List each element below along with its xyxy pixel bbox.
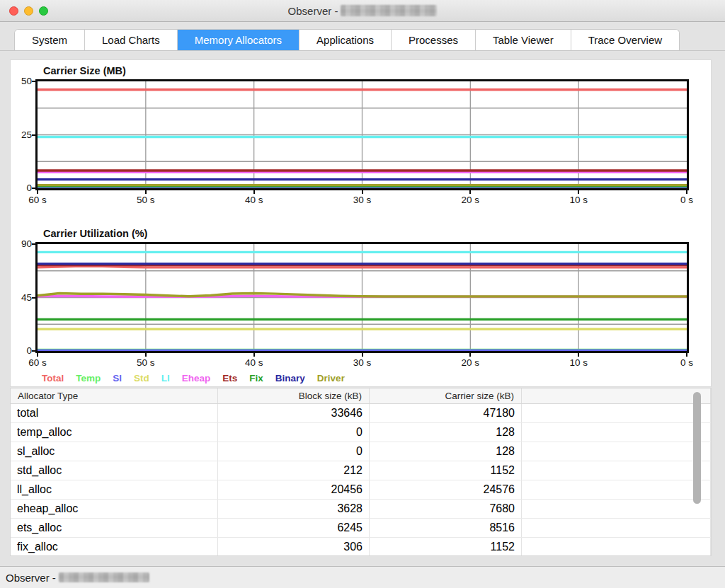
cell-block-size: 20456 (218, 480, 370, 499)
tab-load-charts[interactable]: Load Charts (84, 30, 177, 51)
x-axis-label: 40 s (239, 357, 270, 369)
cell-block-size: 3628 (218, 500, 370, 518)
x-axis-label: 10 s (563, 195, 594, 206)
y-axis-label: 0 (11, 183, 32, 194)
traffic-lights (9, 6, 48, 16)
y-axis-tick (32, 188, 36, 189)
series-line-total (38, 266, 687, 267)
y-axis-tick (32, 243, 36, 245)
column-header-allocator-type[interactable]: Allocator Type (11, 388, 218, 403)
tabbar: SystemLoad ChartsMemory AllocatorsApplic… (0, 23, 725, 51)
titlebar: Observer - (0, 0, 725, 22)
table-row-eheap-alloc[interactable]: eheap_alloc36287680 (11, 500, 711, 519)
cell-allocator-type: sl_alloc (11, 442, 218, 461)
x-axis-label: 20 s (455, 357, 486, 369)
table-header-row: Allocator TypeBlock size (kB)Carrier siz… (11, 388, 711, 404)
cell-carrier-size: 8516 (370, 519, 522, 537)
cell-empty (522, 423, 711, 442)
cell-carrier-size: 47180 (370, 404, 522, 422)
x-axis-label: 60 s (22, 357, 53, 369)
cell-carrier-size: 7680 (370, 500, 522, 518)
x-axis-tick (362, 353, 363, 357)
chart-canvas (38, 81, 687, 188)
cell-allocator-type: fix_alloc (11, 538, 218, 556)
cell-carrier-size: 1152 (370, 461, 522, 480)
y-axis-tick (32, 81, 36, 82)
minimize-button[interactable] (24, 6, 33, 16)
table-row-fix-alloc[interactable]: fix_alloc3061152 (11, 538, 711, 556)
tab-trace-overview[interactable]: Trace Overview (571, 30, 679, 51)
x-axis-label: 30 s (347, 195, 378, 206)
cell-empty (522, 404, 711, 422)
x-axis-tick (145, 190, 147, 194)
cell-allocator-type: ets_alloc (11, 519, 218, 537)
close-button[interactable] (9, 6, 18, 16)
y-axis-label: 45 (11, 292, 32, 304)
chart-canvas (38, 244, 687, 351)
table-row-ll-alloc[interactable]: ll_alloc2045624576 (11, 480, 711, 500)
cell-allocator-type: ll_alloc (11, 480, 218, 499)
legend-item-ll: Ll (161, 373, 170, 384)
cell-allocator-type: std_alloc (11, 461, 218, 480)
chart1-title: Carrier Size (MB) (43, 65, 126, 76)
table-body: total3364647180temp_alloc0128sl_alloc012… (11, 404, 711, 556)
table-row-ets-alloc[interactable]: ets_alloc62458516 (11, 519, 711, 538)
chart-legend: TotalTempSlStdLlEheapEtsFixBinaryDriver (42, 371, 357, 384)
tab-memory-allocators[interactable]: Memory Allocators (177, 30, 299, 51)
tab-strip: SystemLoad ChartsMemory AllocatorsApplic… (14, 29, 680, 51)
legend-item-std: Std (134, 373, 149, 384)
cell-carrier-size: 128 (370, 442, 522, 461)
y-axis-tick (32, 134, 36, 136)
y-axis-label: 0 (11, 345, 32, 357)
x-axis-tick (362, 190, 363, 194)
statusbar: Observer - (0, 566, 725, 588)
x-axis-label: 40 s (239, 195, 270, 206)
legend-item-sl: Sl (113, 373, 122, 384)
x-axis-tick (37, 190, 38, 194)
x-axis-tick (578, 353, 579, 357)
column-header-empty[interactable] (522, 388, 711, 403)
cell-empty (522, 500, 711, 518)
carrier-utilization-chart (35, 242, 689, 353)
table-row-temp-alloc[interactable]: temp_alloc0128 (11, 423, 711, 442)
cell-carrier-size: 128 (370, 423, 522, 442)
status-text: Observer - (6, 572, 149, 584)
statusbar-title-text: Observer - (6, 572, 56, 584)
zoom-button[interactable] (39, 6, 48, 16)
x-axis-label: 30 s (347, 357, 378, 369)
x-axis-label: 0 s (671, 195, 702, 206)
table-row-total[interactable]: total3364647180 (11, 404, 711, 423)
x-axis-tick (253, 190, 255, 194)
cell-empty (522, 519, 711, 537)
table-row-std-alloc[interactable]: std_alloc2121152 (11, 461, 711, 480)
cell-block-size: 306 (218, 538, 370, 556)
tab-applications[interactable]: Applications (299, 30, 391, 51)
y-axis-label: 90 (11, 238, 32, 250)
cell-block-size: 6245 (218, 519, 370, 537)
x-axis-label: 60 s (22, 195, 53, 206)
x-axis-tick (469, 353, 471, 357)
column-header-block-size-kb-[interactable]: Block size (kB) (218, 388, 370, 403)
column-header-carrier-size-kb-[interactable]: Carrier size (kB) (370, 388, 522, 403)
x-axis-label: 50 s (130, 195, 161, 206)
legend-item-eheap: Eheap (182, 373, 211, 384)
x-axis-tick (578, 190, 579, 194)
charts-panel: Carrier Size (MB) Carrier Utilization (%… (10, 59, 712, 387)
tab-processes[interactable]: Processes (391, 30, 475, 51)
redacted-node-name-status (59, 572, 149, 582)
x-axis-label: 0 s (671, 357, 702, 369)
x-axis-label: 10 s (563, 357, 594, 369)
cell-empty (522, 480, 711, 499)
y-axis-label: 25 (11, 129, 32, 141)
cell-block-size: 212 (218, 461, 370, 480)
window-title-text: Observer - (288, 5, 338, 17)
x-axis-tick (686, 353, 687, 357)
cell-allocator-type: eheap_alloc (11, 500, 218, 518)
cell-empty (522, 461, 711, 480)
y-axis-tick (32, 297, 36, 299)
table-row-sl-alloc[interactable]: sl_alloc0128 (11, 442, 711, 461)
vertical-scrollbar-thumb[interactable] (693, 392, 701, 504)
x-axis-tick (37, 353, 38, 357)
tab-system[interactable]: System (15, 30, 84, 51)
tab-table-viewer[interactable]: Table Viewer (475, 30, 571, 51)
